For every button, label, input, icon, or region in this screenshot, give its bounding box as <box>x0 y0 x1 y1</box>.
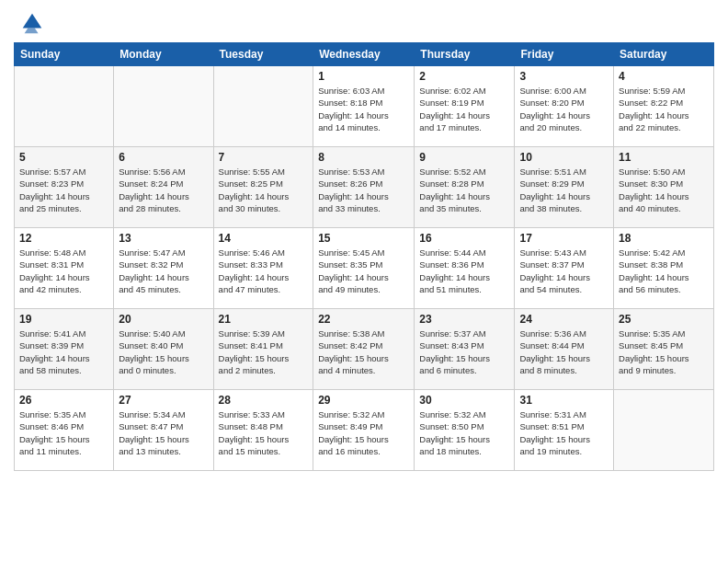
calendar-cell <box>614 390 714 471</box>
calendar-cell: 5Sunrise: 5:57 AM Sunset: 8:23 PM Daylig… <box>15 147 114 228</box>
day-detail: Sunrise: 6:00 AM Sunset: 8:20 PM Dayligh… <box>519 85 609 133</box>
weekday-header-sunday: Sunday <box>15 43 114 66</box>
day-number: 9 <box>419 151 509 164</box>
calendar-cell: 29Sunrise: 5:32 AM Sunset: 8:49 PM Dayli… <box>313 390 415 471</box>
svg-marker-1 <box>25 29 39 34</box>
day-detail: Sunrise: 5:47 AM Sunset: 8:32 PM Dayligh… <box>119 247 208 295</box>
calendar-header: SundayMondayTuesdayWednesdayThursdayFrid… <box>15 43 714 66</box>
calendar-cell: 21Sunrise: 5:39 AM Sunset: 8:41 PM Dayli… <box>213 309 313 390</box>
day-number: 18 <box>619 232 709 245</box>
weekday-row: SundayMondayTuesdayWednesdayThursdayFrid… <box>15 43 714 66</box>
calendar-cell: 11Sunrise: 5:50 AM Sunset: 8:30 PM Dayli… <box>614 147 714 228</box>
weekday-header-tuesday: Tuesday <box>213 43 313 66</box>
calendar-cell: 12Sunrise: 5:48 AM Sunset: 8:31 PM Dayli… <box>15 228 114 309</box>
calendar-cell: 9Sunrise: 5:52 AM Sunset: 8:28 PM Daylig… <box>415 147 515 228</box>
day-detail: Sunrise: 5:45 AM Sunset: 8:35 PM Dayligh… <box>318 247 409 295</box>
day-number: 23 <box>419 313 509 326</box>
day-number: 17 <box>519 232 609 245</box>
day-detail: Sunrise: 5:57 AM Sunset: 8:23 PM Dayligh… <box>19 166 108 214</box>
page: SundayMondayTuesdayWednesdayThursdayFrid… <box>0 0 728 480</box>
calendar-cell: 1Sunrise: 6:03 AM Sunset: 8:18 PM Daylig… <box>313 66 415 147</box>
day-number: 25 <box>619 313 709 326</box>
svg-marker-0 <box>23 14 42 29</box>
calendar-body: 1Sunrise: 6:03 AM Sunset: 8:18 PM Daylig… <box>15 66 714 471</box>
day-number: 14 <box>219 232 309 245</box>
calendar-cell: 27Sunrise: 5:34 AM Sunset: 8:47 PM Dayli… <box>114 390 213 471</box>
day-number: 20 <box>119 313 208 326</box>
day-detail: Sunrise: 5:41 AM Sunset: 8:39 PM Dayligh… <box>19 327 108 376</box>
calendar-cell: 19Sunrise: 5:41 AM Sunset: 8:39 PM Dayli… <box>15 309 114 390</box>
calendar-cell: 17Sunrise: 5:43 AM Sunset: 8:37 PM Dayli… <box>515 228 614 309</box>
weekday-header-friday: Friday <box>515 43 614 66</box>
day-detail: Sunrise: 5:42 AM Sunset: 8:38 PM Dayligh… <box>619 247 709 295</box>
calendar-cell: 14Sunrise: 5:46 AM Sunset: 8:33 PM Dayli… <box>213 228 313 309</box>
calendar-cell: 16Sunrise: 5:44 AM Sunset: 8:36 PM Dayli… <box>415 228 515 309</box>
day-number: 7 <box>219 151 309 164</box>
weekday-header-monday: Monday <box>114 43 213 66</box>
day-number: 26 <box>19 394 108 407</box>
day-number: 30 <box>419 394 509 407</box>
calendar-cell: 18Sunrise: 5:42 AM Sunset: 8:38 PM Dayli… <box>614 228 714 309</box>
calendar-week-3: 12Sunrise: 5:48 AM Sunset: 8:31 PM Dayli… <box>15 228 714 309</box>
calendar-week-2: 5Sunrise: 5:57 AM Sunset: 8:23 PM Daylig… <box>15 147 714 228</box>
calendar-cell <box>15 66 114 147</box>
day-detail: Sunrise: 5:35 AM Sunset: 8:45 PM Dayligh… <box>619 327 709 376</box>
day-number: 15 <box>318 232 409 245</box>
day-detail: Sunrise: 5:35 AM Sunset: 8:46 PM Dayligh… <box>19 408 108 457</box>
day-number: 27 <box>119 394 208 407</box>
day-detail: Sunrise: 5:43 AM Sunset: 8:37 PM Dayligh… <box>519 247 609 295</box>
calendar-table: SundayMondayTuesdayWednesdayThursdayFrid… <box>14 42 714 471</box>
day-detail: Sunrise: 5:38 AM Sunset: 8:42 PM Dayligh… <box>318 327 409 376</box>
calendar-cell <box>213 66 313 147</box>
calendar-cell <box>114 66 213 147</box>
calendar-cell: 22Sunrise: 5:38 AM Sunset: 8:42 PM Dayli… <box>313 309 415 390</box>
day-detail: Sunrise: 5:56 AM Sunset: 8:24 PM Dayligh… <box>119 166 208 214</box>
calendar-cell: 15Sunrise: 5:45 AM Sunset: 8:35 PM Dayli… <box>313 228 415 309</box>
day-detail: Sunrise: 5:39 AM Sunset: 8:41 PM Dayligh… <box>219 327 309 376</box>
calendar-cell: 31Sunrise: 5:31 AM Sunset: 8:51 PM Dayli… <box>515 390 614 471</box>
day-number: 8 <box>318 151 409 164</box>
calendar-cell: 28Sunrise: 5:33 AM Sunset: 8:48 PM Dayli… <box>213 390 313 471</box>
calendar-cell: 8Sunrise: 5:53 AM Sunset: 8:26 PM Daylig… <box>313 147 415 228</box>
calendar-week-1: 1Sunrise: 6:03 AM Sunset: 8:18 PM Daylig… <box>15 66 714 147</box>
calendar-cell: 20Sunrise: 5:40 AM Sunset: 8:40 PM Dayli… <box>114 309 213 390</box>
day-number: 3 <box>519 70 609 83</box>
weekday-header-wednesday: Wednesday <box>313 43 415 66</box>
day-detail: Sunrise: 5:37 AM Sunset: 8:43 PM Dayligh… <box>419 327 509 376</box>
header <box>14 9 714 35</box>
day-detail: Sunrise: 6:03 AM Sunset: 8:18 PM Dayligh… <box>318 85 409 133</box>
day-detail: Sunrise: 5:33 AM Sunset: 8:48 PM Dayligh… <box>219 408 309 457</box>
day-detail: Sunrise: 5:55 AM Sunset: 8:25 PM Dayligh… <box>219 166 309 214</box>
day-number: 5 <box>19 151 108 164</box>
day-number: 10 <box>519 151 609 164</box>
day-number: 22 <box>318 313 409 326</box>
calendar-cell: 2Sunrise: 6:02 AM Sunset: 8:19 PM Daylig… <box>415 66 515 147</box>
calendar-cell: 23Sunrise: 5:37 AM Sunset: 8:43 PM Dayli… <box>415 309 515 390</box>
day-number: 16 <box>419 232 509 245</box>
calendar-cell: 30Sunrise: 5:32 AM Sunset: 8:50 PM Dayli… <box>415 390 515 471</box>
day-detail: Sunrise: 5:40 AM Sunset: 8:40 PM Dayligh… <box>119 327 208 376</box>
weekday-header-thursday: Thursday <box>415 43 515 66</box>
day-detail: Sunrise: 5:53 AM Sunset: 8:26 PM Dayligh… <box>318 166 409 214</box>
calendar-cell: 6Sunrise: 5:56 AM Sunset: 8:24 PM Daylig… <box>114 147 213 228</box>
day-detail: Sunrise: 5:52 AM Sunset: 8:28 PM Dayligh… <box>419 166 509 214</box>
day-detail: Sunrise: 5:36 AM Sunset: 8:44 PM Dayligh… <box>519 327 609 376</box>
day-detail: Sunrise: 5:34 AM Sunset: 8:47 PM Dayligh… <box>119 408 208 457</box>
day-detail: Sunrise: 5:50 AM Sunset: 8:30 PM Dayligh… <box>619 166 709 214</box>
calendar-cell: 25Sunrise: 5:35 AM Sunset: 8:45 PM Dayli… <box>614 309 714 390</box>
weekday-header-saturday: Saturday <box>614 43 714 66</box>
day-number: 11 <box>619 151 709 164</box>
calendar-cell: 3Sunrise: 6:00 AM Sunset: 8:20 PM Daylig… <box>515 66 614 147</box>
day-detail: Sunrise: 5:59 AM Sunset: 8:22 PM Dayligh… <box>619 85 709 133</box>
calendar-cell: 26Sunrise: 5:35 AM Sunset: 8:46 PM Dayli… <box>15 390 114 471</box>
day-number: 2 <box>419 70 509 83</box>
day-number: 31 <box>519 394 609 407</box>
day-number: 13 <box>119 232 208 245</box>
day-detail: Sunrise: 5:46 AM Sunset: 8:33 PM Dayligh… <box>219 247 309 295</box>
logo-text <box>14 9 45 35</box>
day-detail: Sunrise: 5:44 AM Sunset: 8:36 PM Dayligh… <box>419 247 509 295</box>
day-number: 24 <box>519 313 609 326</box>
day-detail: Sunrise: 6:02 AM Sunset: 8:19 PM Dayligh… <box>419 85 509 133</box>
calendar-cell: 10Sunrise: 5:51 AM Sunset: 8:29 PM Dayli… <box>515 147 614 228</box>
calendar-cell: 13Sunrise: 5:47 AM Sunset: 8:32 PM Dayli… <box>114 228 213 309</box>
